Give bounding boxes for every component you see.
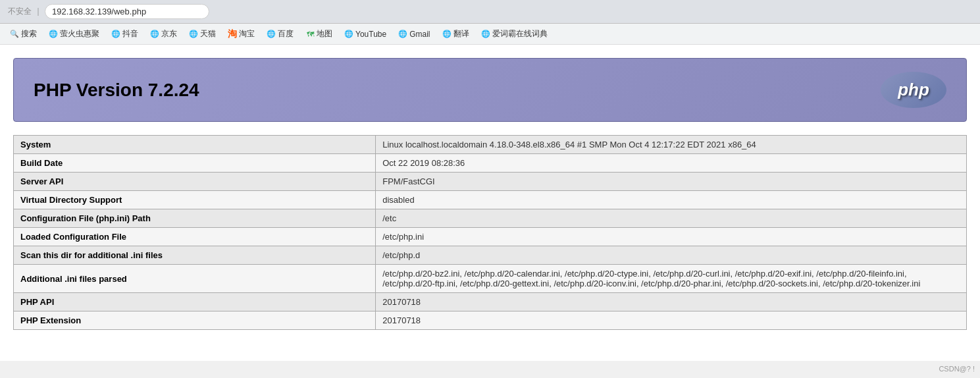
bookmark-baidu[interactable]: 🌐 百度 [262,26,298,41]
globe-icon-2: 🌐 [111,30,120,39]
table-row: Build DateOct 22 2019 08:28:36 [14,154,967,173]
bookmark-youtube-label: YouTube [355,30,386,39]
table-row: Configuration File (php.ini) Path/etc [14,209,967,228]
bookmark-jingdong[interactable]: 🌐 京东 [145,26,182,41]
table-row: Virtual Directory Supportdisabled [14,191,967,209]
row-value: FPM/FastCGI [376,173,967,191]
table-row: Additional .ini files parsed/etc/php.d/2… [14,265,967,293]
row-key: Additional .ini files parsed [14,265,376,293]
youtube-icon: 🌐 [344,30,353,39]
row-key: Server API [14,173,376,191]
bookmark-search[interactable]: 🔍 搜索 [5,26,41,41]
browser-bar: 不安全 ｜ 192.168.32.139/web.php [0,0,980,24]
bookmark-map[interactable]: 🗺 地图 [301,26,337,41]
bookmark-search-label: 搜索 [21,28,37,40]
bookmark-gmail[interactable]: 🌐 Gmail [394,28,434,41]
row-value: /etc/php.d [376,246,967,265]
bookmark-jingdong-label: 京东 [161,28,177,40]
globe-icon-3: 🌐 [150,30,159,39]
phpinfo-header: PHP Version 7.2.24 php [13,58,967,122]
bookmark-huochong-label: 萤火虫惠聚 [60,28,99,40]
address-bar[interactable]: 192.168.32.139/web.php [45,4,209,19]
row-value: /etc/php.d/20-bz2.ini, /etc/php.d/20-cal… [376,265,967,293]
php-logo-text: php [898,80,929,100]
table-row: Loaded Configuration File/etc/php.ini [14,228,967,246]
row-value: disabled [376,191,967,209]
bookmark-translate[interactable]: 🌐 翻译 [438,26,474,41]
bookmark-douyin[interactable]: 🌐 抖音 [107,26,143,41]
globe-icon-5: 🌐 [267,30,276,39]
separator: ｜ [34,6,42,17]
row-key: System [14,136,376,154]
bookmark-tianmao[interactable]: 🌐 天猫 [184,26,220,41]
row-value: /etc/php.ini [376,228,967,246]
table-row: PHP Extension20170718 [14,311,967,330]
php-logo: php [881,72,946,108]
bookmarks-bar: 🔍 搜索 🌐 萤火虫惠聚 🌐 抖音 🌐 京东 🌐 天猫 淘 淘宝 🌐 百度 🗺 … [0,24,980,45]
globe-icon-6: 🌐 [398,30,407,39]
bookmark-taobao-label: 淘宝 [239,28,255,40]
globe-icon-7: 🌐 [481,30,490,39]
row-value: /etc [376,209,967,228]
bookmark-baidu-label: 百度 [278,28,294,40]
bookmark-tianmao-label: 天猫 [200,28,216,40]
map-icon: 🗺 [305,30,315,39]
row-key: Scan this dir for additional .ini files [14,246,376,265]
table-row: PHP API20170718 [14,293,967,311]
globe-icon-1: 🌐 [49,30,58,39]
taobao-icon: 淘 [228,30,237,39]
row-value: 20170718 [376,293,967,311]
globe-icon-4: 🌐 [189,30,198,39]
row-value: Linux localhost.localdomain 4.18.0-348.e… [376,136,967,154]
row-key: Loaded Configuration File [14,228,376,246]
row-key: PHP Extension [14,311,376,330]
phpinfo-title: PHP Version 7.2.24 [34,80,199,101]
security-text: 不安全 [8,6,32,17]
bookmark-translate-label: 翻译 [453,28,469,40]
security-indicator: 不安全 ｜ 192.168.32.139/web.php [8,4,209,19]
translate-icon: 🌐 [442,30,451,39]
bookmark-map-label: 地图 [317,28,332,40]
phpinfo-table: SystemLinux localhost.localdomain 4.18.0… [13,135,967,330]
bookmark-aicidian[interactable]: 🌐 爱词霸在线词典 [477,26,552,41]
search-icon: 🔍 [10,30,19,39]
table-row: SystemLinux localhost.localdomain 4.18.0… [14,136,967,154]
bookmark-youtube[interactable]: 🌐 YouTube [340,28,391,41]
bookmark-aicidian-label: 爱词霸在线词典 [492,28,548,40]
row-key: PHP API [14,293,376,311]
bookmark-gmail-label: Gmail [409,30,430,39]
row-value: Oct 22 2019 08:28:36 [376,154,967,173]
row-key: Build Date [14,154,376,173]
row-key: Virtual Directory Support [14,191,376,209]
table-row: Scan this dir for additional .ini files/… [14,246,967,265]
page-content: PHP Version 7.2.24 php SystemLinux local… [0,45,980,361]
table-row: Server APIFPM/FastCGI [14,173,967,191]
row-key: Configuration File (php.ini) Path [14,209,376,228]
bookmark-taobao[interactable]: 淘 淘宝 [223,26,259,41]
bookmark-huochong[interactable]: 🌐 萤火虫惠聚 [44,26,104,41]
bookmark-douyin-label: 抖音 [122,28,138,40]
row-value: 20170718 [376,311,967,330]
